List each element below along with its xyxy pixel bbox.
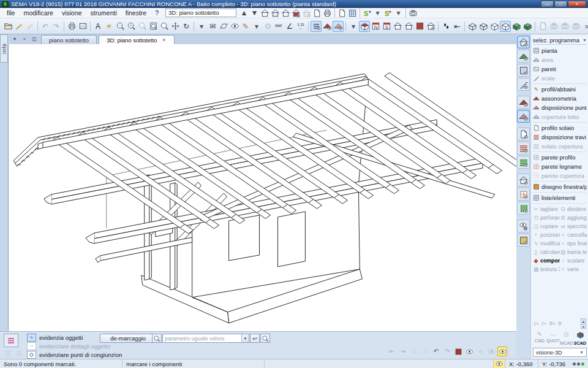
menu-modificare[interactable]: modificare xyxy=(19,9,57,17)
mode-cad-button[interactable]: ✎CAD xyxy=(533,331,546,346)
toggle-pareti-icon[interactable] xyxy=(517,64,530,77)
solid-edges-cube-icon[interactable] xyxy=(489,21,500,32)
toggle-disposizione-puntoni-icon[interactable] xyxy=(517,110,530,123)
tab-piano-sottotetto[interactable]: piano sottotetto xyxy=(41,35,97,44)
de-marcaggio-button[interactable]: de-marcaggio xyxy=(100,334,156,343)
panel-scroll-down-icon[interactable]: ▼ xyxy=(581,324,586,329)
3d-viewport[interactable] xyxy=(8,44,516,331)
search-parameter-icon[interactable] xyxy=(152,334,162,343)
evidenziare-dettagli-oggetto-icon[interactable]: ~ xyxy=(27,342,36,350)
panel-scroll-up-icon[interactable]: ▲ xyxy=(581,318,586,323)
toggle-scale-icon[interactable] xyxy=(517,78,530,91)
apply-search-icon[interactable]: ↩ xyxy=(250,334,260,343)
new-object-wand-icon[interactable] xyxy=(13,21,24,32)
south-elevation-icon[interactable]: S xyxy=(381,21,392,32)
measure-icon[interactable]: 1,31↔ xyxy=(295,21,306,32)
snapshot-icon[interactable] xyxy=(408,8,418,18)
sidebar-item-disegno-finestra-porta[interactable]: disegno finestra/porta xyxy=(533,182,587,191)
toggle-profilo-solaio-icon[interactable] xyxy=(517,128,530,140)
material-list-icon[interactable] xyxy=(347,8,358,18)
zoom-window-icon[interactable] xyxy=(159,21,170,32)
visibility-icon[interactable] xyxy=(229,21,240,32)
model-caret-icon[interactable]: ▾ xyxy=(348,21,359,32)
cube-roof-icon[interactable] xyxy=(359,21,370,32)
parameter-search-input[interactable]: parametro uguale valore ▼ xyxy=(162,334,249,343)
sidebar-item-parete-profilo[interactable]: parete profilo xyxy=(533,153,587,162)
open-project-icon[interactable] xyxy=(2,21,13,32)
plan-layers-button[interactable] xyxy=(4,334,18,347)
storey-plan-icon[interactable] xyxy=(260,8,270,18)
split-view-icon[interactable]: ◫ xyxy=(30,35,39,43)
sidebar-item-liste-elementi[interactable]: liste/elementi xyxy=(533,193,587,202)
menu-help[interactable]: ? xyxy=(151,9,163,17)
building-settings-icon[interactable] xyxy=(291,8,301,18)
storey-selector[interactable]: 3D: piano sottotetto xyxy=(165,9,236,17)
tab-3d-piano-sottotetto[interactable]: 3D: piano sottotetto× xyxy=(99,35,175,44)
north-elevation-icon[interactable]: N xyxy=(370,21,381,32)
roof-visibility-icon[interactable] xyxy=(322,21,333,32)
house-section-icon[interactable] xyxy=(403,21,414,32)
zoom-out-icon[interactable]: − xyxy=(115,21,126,32)
toggle-parete-legname-icon[interactable] xyxy=(517,188,530,201)
storey-down-icon[interactable]: ▼ xyxy=(249,8,260,18)
angle-measure-icon[interactable]: ∠ xyxy=(284,21,295,32)
sidebar-item-disposizione-travi[interactable]: disposizione travi xyxy=(533,132,587,142)
sidebar-item-disposizione-puntoni[interactable]: disposizione puntoni xyxy=(533,103,587,112)
sidebar-item-pareti[interactable]: pareti xyxy=(533,64,587,74)
toggle-parete-profilo-icon[interactable] xyxy=(517,174,530,186)
window-tile-icon[interactable] xyxy=(312,8,322,18)
minimize-button[interactable]: — xyxy=(541,1,554,7)
layer-visibility-icon[interactable] xyxy=(311,21,322,32)
send-object-icon[interactable]: ✉ xyxy=(207,21,218,32)
stop-marking-icon[interactable] xyxy=(453,347,463,356)
mode-quot-button[interactable]: ↔QUOT xyxy=(546,331,560,346)
zoom-page-icon[interactable] xyxy=(148,21,159,32)
toggle-area-icon[interactable] xyxy=(517,50,530,63)
tool-componenti[interactable]: ◆componenti xyxy=(533,256,560,265)
storey-plan-top-icon[interactable] xyxy=(281,8,291,18)
sema-prev-caret-icon[interactable]: ▾ xyxy=(372,8,383,18)
sidebar-item-profilo-solaio[interactable]: profilo solaio xyxy=(533,123,587,132)
undo-marking-icon[interactable]: ↶ xyxy=(431,347,441,356)
reference-plane-icon[interactable] xyxy=(218,21,229,32)
sema-next-caret-icon[interactable]: ▾ xyxy=(393,8,404,18)
timber-edit-icon[interactable]: ✎ xyxy=(240,21,251,32)
toggle-testura-icon[interactable] xyxy=(517,234,530,247)
program-selector[interactable]: selez. programma ▼ xyxy=(533,36,587,45)
export-image-icon[interactable] xyxy=(77,21,88,32)
step-back-icon[interactable]: ⇤ xyxy=(451,21,462,32)
chevron-down-icon[interactable]: ▼ xyxy=(241,334,249,342)
print-icon[interactable] xyxy=(66,21,77,32)
text-display-icon[interactable]: A xyxy=(92,21,104,32)
zoom-in-icon[interactable]: + xyxy=(126,21,137,32)
solid-white-cube-icon[interactable] xyxy=(500,21,511,32)
visibility-settings-icon[interactable] xyxy=(517,220,530,232)
close-tab-icon[interactable]: × xyxy=(162,37,166,43)
menu-visione[interactable]: visione xyxy=(58,9,86,17)
close-button[interactable]: × xyxy=(568,1,586,7)
menu-strumenti[interactable]: strumenti xyxy=(86,9,121,17)
tab-list-dropdown-icon[interactable]: ▾ xyxy=(10,35,19,43)
walkthrough-icon[interactable] xyxy=(440,21,451,32)
print-window-icon[interactable] xyxy=(322,8,333,18)
toggle-solaio-copertura-icon[interactable] xyxy=(517,156,530,169)
house-visibility-icon[interactable] xyxy=(425,21,436,32)
hidden-line-cube-icon[interactable] xyxy=(478,21,489,32)
sidebar-item-assonometria[interactable]: assonometria xyxy=(533,94,587,103)
visibility-status-icon[interactable] xyxy=(494,359,505,368)
toggle-disposizione-travi-icon[interactable] xyxy=(517,142,530,155)
sidebar-item-profili-abbaini[interactable]: ✎profili/abbaini xyxy=(533,85,587,94)
storey-up-icon[interactable]: ▲ xyxy=(239,8,249,18)
marker-caret-icon[interactable]: ▾ xyxy=(196,21,207,32)
maximize-button[interactable]: □ xyxy=(554,1,567,7)
light-icon[interactable]: ☀ xyxy=(104,21,115,32)
toggle-parete-copertura-icon[interactable] xyxy=(517,202,530,215)
sema-prev-icon[interactable]: S◂ xyxy=(362,8,372,18)
report-list-icon[interactable] xyxy=(337,8,347,18)
sidebar-item-pianta[interactable]: pianta xyxy=(533,46,587,55)
menu-finestre[interactable]: finestre xyxy=(121,9,151,17)
sema-next-icon[interactable]: S▸ xyxy=(383,8,393,18)
toolbar-overflow-icon[interactable]: » xyxy=(581,21,588,32)
evidenziare-punti-di-congiunzion-icon[interactable] xyxy=(27,351,36,359)
highlight-marked-icon[interactable] xyxy=(497,347,507,356)
